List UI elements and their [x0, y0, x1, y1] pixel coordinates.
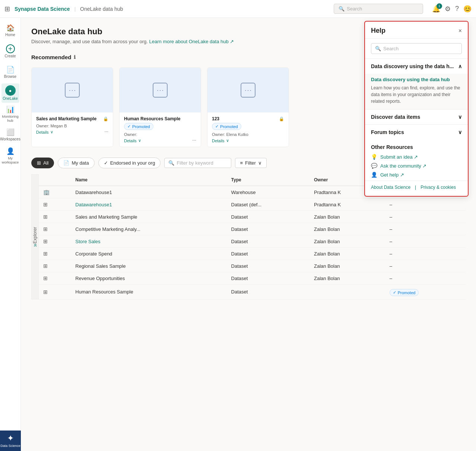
row-type: Dataset	[227, 260, 310, 272]
filter-keyword-search[interactable]: 🔍 Filter by keyword	[164, 158, 231, 168]
filter-all-button[interactable]: ⊞ All	[31, 158, 54, 168]
promoted-badge-icon: ✓	[393, 290, 396, 295]
help-section-header-2[interactable]: Discover data items ∨	[365, 109, 468, 124]
row-name[interactable]: Revenue Opportunities	[71, 272, 226, 285]
card-123: ⋯ 123 🔒 ✓ Promoted Owner: Elena Kutko De…	[207, 67, 289, 147]
row-icon: ⊞	[43, 251, 48, 257]
row-name[interactable]: Competitive Marketing Analy...	[71, 223, 226, 235]
card-title-1: Sales and Marketing Sample 🔒	[36, 116, 108, 121]
filter-advanced-label: Filter	[245, 160, 256, 166]
submit-idea-link[interactable]: 💡 Submit an idea ↗	[371, 154, 462, 160]
filter-endorsed-icon: ✓	[104, 160, 108, 166]
col-name[interactable]: Name	[71, 174, 226, 186]
row-name[interactable]: Human Resources Sample	[71, 285, 226, 299]
help-panel: Help × 🔍 Search Data discovery using the…	[364, 21, 469, 197]
sidebar: 🏠 Home + Create 📄 Browse ● OneLake 📊 Mon…	[0, 18, 21, 451]
help-icon[interactable]: ?	[455, 5, 459, 13]
row-endorsement: –	[385, 260, 466, 272]
table-row: ⊞ Datawarehouse1 Dataset (def... Pradtan…	[39, 198, 466, 211]
promoted-badge-label: Promoted	[398, 290, 416, 295]
community-icon: 💬	[371, 163, 377, 169]
recommended-label: Recommended	[31, 54, 72, 60]
browse-icon: 📄	[6, 66, 15, 74]
col-type[interactable]: Type	[227, 174, 310, 186]
keyword-search-icon: 🔍	[168, 160, 174, 166]
card-footer-3: 123 🔒 ✓ Promoted Owner: Elena Kutko Deta…	[207, 112, 289, 147]
help-section-header-3[interactable]: Forum topics ∨	[365, 125, 468, 140]
topbar: ⊞ Synapse Data Science | OneLake data hu…	[0, 0, 476, 18]
sidebar-label-workspaces: Workspaces	[0, 137, 20, 142]
card-body-1: ⋯	[32, 68, 113, 112]
row-owner: Zalan Bolan	[310, 223, 385, 235]
row-owner: Pradtanna K	[310, 198, 385, 211]
row-endorsement: ✓ Promoted	[385, 285, 466, 299]
help-search-icon: 🔍	[375, 46, 381, 51]
ds-footer: ✦ Data Science	[0, 431, 21, 451]
get-help-label: Get help ↗	[380, 172, 404, 178]
dataset-icon-1: ⋯	[65, 83, 80, 98]
workspaces-icon: ⬜	[6, 128, 15, 136]
help-section-header-1[interactable]: Data discovery using the data h... ∧	[365, 59, 468, 74]
help-search-bar[interactable]: 🔍 Search	[371, 43, 462, 54]
card-details-2[interactable]: Details ∨	[124, 138, 141, 143]
sidebar-item-my-workspace[interactable]: 👤 My workspace	[1, 146, 19, 165]
sidebar-item-onelake[interactable]: ● OneLake	[1, 83, 19, 103]
info-icon[interactable]: ℹ	[74, 54, 76, 60]
ask-community-label: Ask the community ↗	[380, 163, 426, 169]
row-name[interactable]: Corporate Spend	[71, 248, 226, 260]
row-type: Warehouse	[227, 186, 310, 198]
dataset-icon-3: ⋯	[241, 83, 256, 98]
learn-more-link[interactable]: Learn more about OneLake data hub ↗	[149, 39, 234, 44]
topbar-page: OneLake data hub	[80, 6, 123, 12]
card-human-resources: ⋯ Human Resources Sample ✓ Promoted Owne…	[119, 67, 201, 147]
explorer-sidebar[interactable]: » Explorer	[31, 174, 39, 299]
row-icon: ⊞	[43, 263, 48, 269]
row-owner: Zalan Bolan	[310, 235, 385, 248]
notification-icon[interactable]: 🔔 1	[432, 5, 440, 13]
filter-mydata-button[interactable]: 📄 My data	[58, 158, 94, 168]
dataset-icon-2: ⋯	[153, 83, 168, 98]
row-name[interactable]: Sales and Marketing Sample	[71, 211, 226, 223]
settings-icon[interactable]: ⚙	[445, 5, 451, 13]
row-name[interactable]: Regional Sales Sample	[71, 260, 226, 272]
ask-community-link[interactable]: 💬 Ask the community ↗	[371, 163, 462, 169]
sidebar-item-create[interactable]: + Create	[1, 42, 19, 61]
row-type: Dataset	[227, 211, 310, 223]
keyword-placeholder: Filter by keyword	[177, 160, 213, 166]
sidebar-item-browse[interactable]: 📄 Browse	[1, 63, 19, 82]
help-section-data-discovery: Data discovery using the data h... ∧ Dat…	[365, 58, 468, 109]
promoted-badge-3: ✓ Promoted	[212, 123, 241, 130]
privacy-link[interactable]: Privacy & cookies	[421, 185, 456, 190]
filter-endorsed-button[interactable]: ✓ Endorsed in your org	[98, 158, 161, 168]
help-section-link-1[interactable]: Data discovery using the data hub	[371, 77, 462, 82]
about-link[interactable]: About Data Science	[371, 185, 410, 190]
row-owner: Zalan Bolan	[310, 248, 385, 260]
sidebar-item-workspaces[interactable]: ⬜ Workspaces	[1, 125, 19, 144]
row-name[interactable]: Datawarehouse1	[71, 198, 226, 211]
help-title: Help	[371, 27, 385, 35]
user-icon[interactable]: 😊	[463, 5, 472, 13]
sidebar-item-home[interactable]: 🏠 Home	[1, 21, 19, 40]
row-name[interactable]: Datawarehouse1	[71, 186, 226, 198]
card-name-3: 123	[212, 116, 219, 121]
row-owner: Zalan Bolan	[310, 260, 385, 272]
help-search-placeholder: Search	[383, 46, 399, 51]
topbar-search[interactable]: 🔍 Search	[334, 4, 423, 14]
card-footer-1: Sales and Marketing Sample 🔒 Owner: Mega…	[32, 112, 113, 138]
get-help-link[interactable]: 👤 Get help ↗	[371, 172, 462, 178]
sidebar-item-monitoring[interactable]: 📊 Monitoring hub	[1, 104, 19, 124]
row-name[interactable]: Store Sales	[71, 235, 226, 248]
help-close-button[interactable]: ×	[458, 28, 462, 34]
brand-link[interactable]: Synapse Data Science	[15, 6, 70, 12]
details-label-3: Details	[212, 139, 225, 143]
card-more-1[interactable]: ···	[104, 128, 108, 134]
filter-advanced-button[interactable]: ≡ Filter ∨	[235, 158, 266, 168]
row-owner: Zalan Bolan	[310, 211, 385, 223]
card-owner-3: Owner: Elena Kutko	[212, 132, 284, 137]
row-type: Dataset	[227, 248, 310, 260]
row-endorsement: –	[385, 198, 466, 211]
details-chevron-1: ∨	[50, 130, 53, 134]
card-details-1[interactable]: Details ∨	[36, 130, 53, 134]
card-more-2[interactable]: ···	[192, 137, 196, 143]
card-details-3[interactable]: Details ∨	[212, 138, 229, 143]
